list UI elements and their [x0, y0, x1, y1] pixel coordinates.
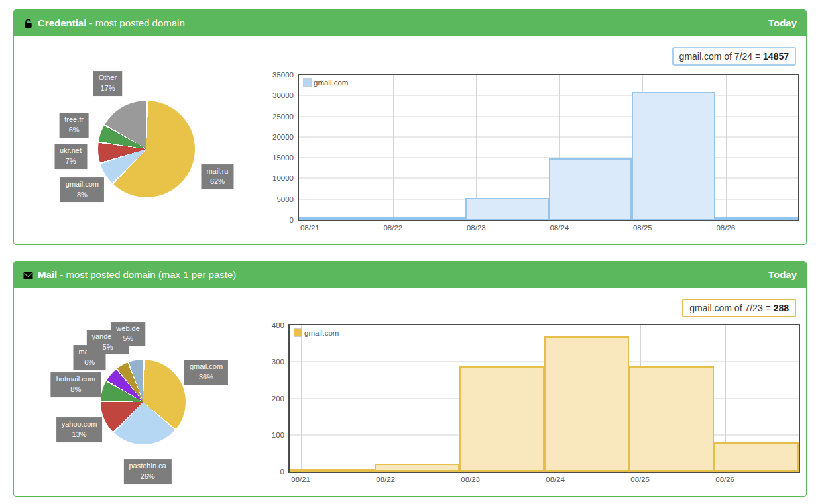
x-axis-tick-label: 08/26: [715, 476, 734, 483]
pie-slice-label: ukr.net7%: [54, 144, 87, 169]
y-axis-tick-label: 400: [253, 321, 284, 329]
pie-slice-label: gmail.com8%: [60, 177, 104, 203]
pie-slice-label: yahoo.com13%: [56, 417, 103, 442]
mail-icon: [23, 264, 33, 290]
tooltip-text: gmail.com of 7/23 =: [689, 303, 773, 313]
mail-value-tooltip: gmail.com of 7/23 = 288: [682, 299, 796, 317]
bar[interactable]: [544, 336, 629, 472]
pie-slice-label: hotmail.com8%: [51, 372, 101, 397]
panel-title: Credential: [38, 17, 86, 28]
pie-slice-label: mail.ru62%: [201, 164, 233, 189]
tooltip-value: 288: [774, 303, 789, 313]
credential-pie-chart[interactable]: mail.ru62%gmail.com8%ukr.net7%free.fr6%O…: [14, 36, 286, 244]
y-axis-tick-label: 10000: [262, 174, 294, 182]
credential-panel: Credential - most posted domain Today gm…: [13, 9, 807, 245]
pie-slice-label: pastebin.ca26%: [123, 459, 171, 484]
today-label: Today: [768, 10, 797, 36]
legend-label: gmail.com: [314, 79, 348, 87]
chart-legend: gmail.com: [294, 328, 339, 337]
x-axis-tick-label: 08/24: [550, 224, 569, 232]
bar[interactable]: [549, 158, 632, 220]
bar[interactable]: [715, 217, 799, 220]
bar[interactable]: [629, 366, 714, 472]
y-axis-tick-label: 5000: [262, 195, 294, 203]
chart-legend: gmail.com: [303, 78, 348, 87]
bar[interactable]: [632, 92, 715, 220]
bar[interactable]: [299, 217, 382, 220]
mail-panel: Mail - most posted domain (max 1 per pas…: [13, 261, 807, 497]
x-axis-tick-label: 08/25: [633, 224, 652, 232]
pie-slice-label: web.de5%: [111, 322, 145, 347]
y-axis-tick-label: 0: [253, 468, 284, 476]
mail-panel-header: Mail - most posted domain (max 1 per pas…: [14, 262, 806, 288]
unlock-icon: [23, 12, 33, 38]
x-axis-tick-label: 08/22: [383, 224, 402, 232]
x-axis-tick-label: 08/21: [300, 224, 320, 232]
mail-bar-chart[interactable]: 010020030040008/2108/2208/2308/2408/2508…: [288, 324, 800, 473]
y-axis-tick-label: 25000: [262, 113, 294, 121]
x-axis-tick-label: 08/24: [546, 476, 565, 483]
vertical-gridline: [726, 75, 727, 220]
y-axis-tick-label: 30000: [262, 91, 294, 99]
panel-subtitle: - most posted domain (max 1 per paste): [60, 269, 236, 280]
horizontal-gridline: [299, 116, 798, 117]
credential-bar-chart[interactable]: 0500010000150002000025000300003500008/21…: [298, 74, 799, 221]
tooltip-value: 14857: [763, 51, 789, 62]
vertical-gridline: [310, 75, 310, 220]
y-axis-tick-label: 20000: [262, 133, 294, 141]
y-axis-tick-label: 300: [253, 358, 284, 366]
bar[interactable]: [382, 217, 466, 220]
panel-subtitle: - most posted domain: [89, 17, 185, 28]
today-label: Today: [768, 262, 797, 288]
pie-slice-label: gmail.com36%: [184, 360, 228, 385]
legend-swatch: [294, 328, 302, 337]
horizontal-gridline: [299, 136, 798, 137]
horizontal-gridline: [299, 95, 798, 96]
y-axis-tick-label: 15000: [262, 154, 294, 162]
bar[interactable]: [714, 442, 799, 472]
tooltip-text: gmail.com of 7/24 =: [679, 51, 763, 62]
legend-swatch: [303, 78, 312, 87]
vertical-gridline: [393, 75, 394, 220]
credential-panel-header: Credential - most posted domain Today: [14, 10, 806, 36]
panel-title: Mail: [38, 269, 57, 280]
vertical-gridline: [386, 325, 386, 472]
bar[interactable]: [290, 469, 375, 472]
bar[interactable]: [375, 464, 459, 472]
bar[interactable]: [465, 198, 549, 220]
vertical-gridline: [301, 325, 302, 472]
x-axis-tick-label: 08/23: [467, 224, 486, 232]
legend-label: gmail.com: [304, 329, 339, 337]
credential-panel-body: gmail.com of 7/24 = 14857 mail.ru62%gmai…: [14, 36, 806, 244]
x-axis-tick-label: 08/26: [716, 224, 735, 232]
y-axis-tick-label: 100: [253, 431, 284, 439]
y-axis-tick-label: 0: [262, 216, 294, 224]
y-axis-tick-label: 35000: [262, 71, 294, 79]
y-axis-tick-label: 200: [253, 395, 284, 403]
x-axis-tick-label: 08/21: [291, 476, 310, 483]
pie-slice-label: free.fr6%: [59, 113, 89, 138]
mail-pie-chart[interactable]: gmail.com36%pastebin.ca26%yahoo.com13%ho…: [14, 288, 286, 495]
x-axis-tick-label: 08/23: [461, 476, 480, 483]
bar[interactable]: [459, 366, 544, 472]
credential-value-tooltip: gmail.com of 7/24 = 14857: [672, 47, 796, 66]
x-axis-tick-label: 08/22: [376, 476, 395, 483]
pie-slice-label: Other17%: [93, 71, 123, 96]
x-axis-tick-label: 08/25: [630, 476, 650, 483]
pie-circle[interactable]: [101, 360, 186, 444]
pie-circle[interactable]: [98, 101, 195, 197]
mail-panel-body: gmail.com of 7/23 = 288 gmail.com36%past…: [14, 288, 806, 495]
